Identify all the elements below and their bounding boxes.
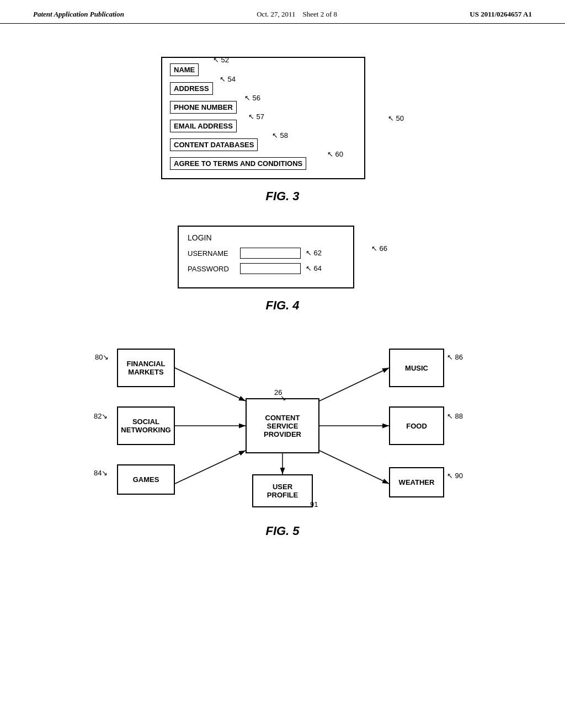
fig3-section: NAME ↖ 52 ADDRESS ↖ 54 PHONE NUMBER ↖ 56 <box>44 57 521 204</box>
ref-80: 80↘ <box>95 353 109 361</box>
box-weather: WEATHER <box>389 467 444 497</box>
fig3-caption: FIG. 3 <box>265 189 299 204</box>
box-financial-markets: FINANCIALMARKETS <box>117 349 175 387</box>
box-food: FOOD <box>389 406 444 445</box>
password-input-box <box>240 263 301 274</box>
fig4-caption: FIG. 4 <box>265 298 299 313</box>
fig4-section: LOGIN USERNAME ↖ 62 PASSWORD <box>44 226 521 313</box>
header-patent-number: US 2011/0264657 A1 <box>470 10 532 19</box>
registration-box: NAME ↖ 52 ADDRESS ↖ 54 PHONE NUMBER ↖ 56 <box>161 57 365 179</box>
login-box: LOGIN USERNAME ↖ 62 PASSWORD <box>178 226 354 288</box>
box-music: MUSIC <box>389 349 444 387</box>
fig3-diagram: NAME ↖ 52 ADDRESS ↖ 54 PHONE NUMBER ↖ 56 <box>161 57 415 179</box>
ref-26-arrow: ↘ <box>280 394 286 402</box>
fig3-row-email: EMAIL ADDRESS ↖ 57 <box>170 120 356 135</box>
fig5-caption: FIG. 5 <box>265 524 299 538</box>
ref-56: ↖ 56 <box>244 94 260 102</box>
password-label: PASSWORD <box>188 265 234 273</box>
box-games: GAMES <box>117 464 175 495</box>
header-date-sheet: Oct. 27, 2011 Sheet 2 of 8 <box>257 10 337 19</box>
ref-58: ↖ 58 <box>272 131 288 140</box>
fig3-row-name: NAME ↖ 52 <box>170 63 356 79</box>
field-agree: AGREE TO TERMS AND CONDITIONS <box>170 157 306 170</box>
box-content-service-provider: CONTENTSERVICEPROVIDER <box>246 398 319 453</box>
ref-50: ↖ 50 <box>388 114 404 122</box>
fig4-row-password: PASSWORD ↖ 64 <box>188 263 344 274</box>
header-sheet: Sheet 2 of 8 <box>303 10 337 18</box>
login-title: LOGIN <box>188 233 344 242</box>
ref-60: ↖ 60 <box>327 150 343 158</box>
fig3-row-address: ADDRESS ↖ 54 <box>170 82 356 98</box>
username-input-box <box>240 248 301 259</box>
ref-86: ↖ 86 <box>447 353 463 361</box>
fig5-section: FINANCIALMARKETS 80↘ SOCIALNETWORKING 82… <box>44 338 521 538</box>
ref-52: ↖ 52 <box>213 56 229 64</box>
fig5-diagram: FINANCIALMARKETS 80↘ SOCIALNETWORKING 82… <box>89 338 476 514</box>
field-email: EMAIL ADDRESS <box>170 120 237 132</box>
ref-90: ↖ 90 <box>447 472 463 480</box>
ref-84: 84↘ <box>94 469 108 477</box>
box-social-networking: SOCIALNETWORKING <box>117 406 175 445</box>
field-name: NAME <box>170 63 199 76</box>
fig3-row-agree: AGREE TO TERMS AND CONDITIONS ↖ 60 <box>170 157 356 173</box>
ref-64: ↖ 64 <box>306 264 322 272</box>
ref-88: ↖ 88 <box>447 412 463 420</box>
field-address: ADDRESS <box>170 82 213 95</box>
svg-line-4 <box>175 451 246 484</box>
field-content-databases: CONTENT DATABASES <box>170 138 258 151</box>
fig4-row-username: USERNAME ↖ 62 <box>188 248 344 259</box>
username-label: USERNAME <box>188 249 234 258</box>
ref-82: 82↘ <box>94 412 108 420</box>
page-content: NAME ↖ 52 ADDRESS ↖ 54 PHONE NUMBER ↖ 56 <box>0 24 565 555</box>
header-date: Oct. 27, 2011 <box>257 10 295 18</box>
header-publication-label: Patent Application Publication <box>33 10 124 19</box>
ref-66: ↖ 66 <box>371 244 387 253</box>
svg-line-2 <box>175 368 246 401</box>
page-header: Patent Application Publication Oct. 27, … <box>0 0 565 24</box>
svg-line-5 <box>319 368 389 401</box>
ref-54: ↖ 54 <box>220 75 236 83</box>
ref-57: ↖ 57 <box>248 113 264 121</box>
field-phone: PHONE NUMBER <box>170 101 237 114</box>
svg-line-7 <box>319 451 389 484</box>
ref-62: ↖ 62 <box>306 249 322 257</box>
box-user-profile: USERPROFILE <box>252 474 313 507</box>
ref-91: 91 <box>310 500 318 508</box>
fig4-diagram: LOGIN USERNAME ↖ 62 PASSWORD <box>178 226 387 288</box>
